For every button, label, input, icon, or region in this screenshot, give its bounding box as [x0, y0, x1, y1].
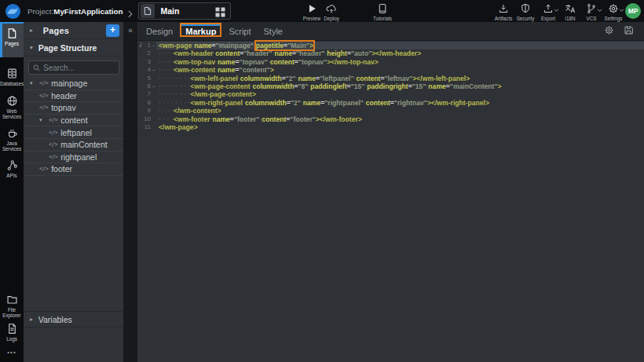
- page-structure-tree: ▾</>mainpage</>header</>topnav▾</>conten…: [24, 78, 123, 176]
- widget-icon: </>: [49, 154, 57, 160]
- app-logo-icon[interactable]: [5, 3, 21, 20]
- line-number: 3: [143, 58, 151, 66]
- rail-item-pages[interactable]: Pages: [0, 22, 24, 57]
- line-number: 7: [143, 90, 151, 98]
- search-input[interactable]: Search...: [28, 60, 119, 75]
- rail-item-file-explorer[interactable]: File Explorer: [0, 294, 24, 319]
- folder-icon: [6, 294, 18, 305]
- tab-script[interactable]: Script: [224, 22, 255, 41]
- grid-icon[interactable]: [215, 6, 225, 16]
- collapse-panel-button[interactable]: «: [126, 26, 136, 36]
- fold-marker: -: [151, 42, 156, 49]
- line-number: 5: [143, 75, 151, 82]
- line-number: 10: [143, 115, 151, 123]
- code-line-8[interactable]: 8········<wm-right-panel·columnwidth="2"…: [137, 99, 644, 107]
- panel-collapse-strip: «: [123, 22, 137, 362]
- code-line-10[interactable]: 10····<wm-footer·name="footer"·content="…: [137, 115, 644, 123]
- code-line-9[interactable]: 9····</wm-content>: [137, 107, 644, 115]
- page-structure-title: Page Structure: [38, 43, 97, 53]
- security-icon: [520, 3, 531, 14]
- tree-node-content[interactable]: ▾</>content: [24, 115, 123, 127]
- variables-header[interactable]: ▸ Variables: [24, 311, 123, 327]
- tab-style[interactable]: Style: [259, 22, 287, 41]
- tree-node-header[interactable]: </>header: [24, 90, 123, 103]
- collapse-arrow-icon: ▸: [30, 316, 33, 323]
- line-number: 9: [143, 107, 151, 115]
- chevron-right-icon[interactable]: [127, 7, 134, 15]
- rail-item-java-services[interactable]: Java Services: [0, 127, 24, 152]
- code-line-6[interactable]: 6-········<wm-page-content·columnwidth="…: [137, 82, 644, 90]
- tab-design[interactable]: Design: [141, 22, 177, 41]
- expand-arrow-icon[interactable]: ▾: [30, 80, 36, 86]
- line-number: 2: [143, 49, 151, 57]
- line-number: 8: [143, 99, 151, 107]
- fold-marker: -: [151, 66, 156, 74]
- rail-item-logs[interactable]: Logs: [0, 323, 24, 342]
- artifacts-icon: [498, 3, 509, 14]
- settings-button[interactable]: Settings: [600, 3, 627, 21]
- pages-panel: ▸ Pages + ▾ Page Structure Search... ▾</…: [24, 22, 123, 362]
- play-icon: [306, 3, 317, 14]
- tree-node-topnav[interactable]: </>topnav: [24, 102, 123, 115]
- chevron-down-icon: [619, 9, 624, 13]
- line-number: 11: [143, 123, 151, 131]
- add-page-button[interactable]: +: [106, 24, 119, 37]
- user-avatar[interactable]: MP: [625, 3, 641, 19]
- annotation-highlight-box: pagetitle="Main">: [256, 42, 313, 49]
- tree-node-leftpanel[interactable]: </>leftpanel: [24, 126, 123, 139]
- line-number: 6: [143, 82, 151, 90]
- export-icon: [543, 3, 554, 14]
- code-line-1[interactable]: i1-<wm-page·name="mainpage"·pagetitle="M…: [137, 42, 644, 49]
- editor-settings-gear-icon[interactable]: [604, 24, 614, 38]
- left-rail: PagesDatabasesWeb ServicesJava ServicesA…: [0, 22, 24, 362]
- open-page-tab[interactable]: Main: [138, 2, 231, 20]
- deploy-button[interactable]: Deploy: [318, 3, 345, 21]
- editor-tabbar: DesignMarkupScriptStyle: [137, 22, 644, 41]
- page-structure-header[interactable]: ▾ Page Structure: [24, 39, 123, 57]
- tree-node-mainpage[interactable]: ▾</>mainpage: [24, 78, 123, 90]
- code-line-3[interactable]: 3····<wm-top-nav·name="topnav"·content="…: [137, 58, 644, 66]
- tutorials-button[interactable]: Tutorials: [369, 3, 396, 21]
- widget-icon: </>: [39, 104, 48, 111]
- globe-icon: [6, 95, 18, 107]
- code-line-7[interactable]: 7········</wm-page-content>: [137, 90, 644, 98]
- coffee-icon: [6, 127, 18, 139]
- pages-panel-header[interactable]: ▸ Pages +: [24, 22, 123, 39]
- search-icon: [33, 64, 40, 71]
- gear-icon: [608, 3, 619, 14]
- widget-icon: </>: [39, 93, 48, 99]
- widget-icon: </>: [39, 166, 48, 172]
- save-icon[interactable]: [624, 24, 634, 38]
- pages-icon: [6, 27, 18, 39]
- widget-icon: </>: [49, 130, 57, 136]
- code-line-5[interactable]: 5········<wm-left-panel·columnwidth="2"·…: [137, 75, 644, 82]
- file-icon: [141, 4, 155, 18]
- widget-icon: </>: [39, 80, 48, 86]
- expand-arrow-icon[interactable]: ▾: [39, 117, 46, 123]
- tutorials-icon: [377, 3, 388, 14]
- code-line-4[interactable]: 4-····<wm-content·name="content">: [137, 66, 644, 74]
- rail-item-web-services[interactable]: Web Services: [0, 95, 24, 120]
- code-editor[interactable]: i1-<wm-page·name="mainpage"·pagetitle="M…: [137, 41, 644, 362]
- deploy-icon: [326, 3, 337, 14]
- line-number: 4: [143, 66, 151, 74]
- pages-panel-title: Pages: [43, 26, 69, 35]
- tree-node-footer[interactable]: </>footer: [24, 163, 123, 176]
- project-title: Project:MyFirstApplication: [27, 7, 123, 16]
- page-tab-label: Main: [160, 6, 215, 16]
- rail-item-apis[interactable]: APIs: [0, 159, 24, 179]
- search-placeholder: Search...: [43, 64, 75, 72]
- line-number: 1: [143, 42, 151, 49]
- code-line-2[interactable]: 2····<wm-header·content="header"·name="h…: [137, 49, 644, 57]
- tree-node-rightpanel[interactable]: </>rightpanel: [24, 152, 123, 164]
- rail-item-databases[interactable]: Databases: [0, 68, 24, 87]
- tree-node-mainContent[interactable]: </>mainContent: [24, 139, 123, 152]
- widget-icon: </>: [49, 117, 57, 123]
- tab-markup[interactable]: Markup: [181, 22, 221, 41]
- logs-icon: [6, 323, 18, 335]
- editor-area: DesignMarkupScriptStyle i1-<wm-page·name…: [137, 22, 644, 362]
- topbar: Project:MyFirstApplication Main PreviewD…: [0, 0, 644, 22]
- code-line-11[interactable]: 11</wm-page>: [137, 123, 644, 131]
- more-options-button[interactable]: •••: [0, 342, 24, 362]
- variables-panel-body: [24, 327, 123, 362]
